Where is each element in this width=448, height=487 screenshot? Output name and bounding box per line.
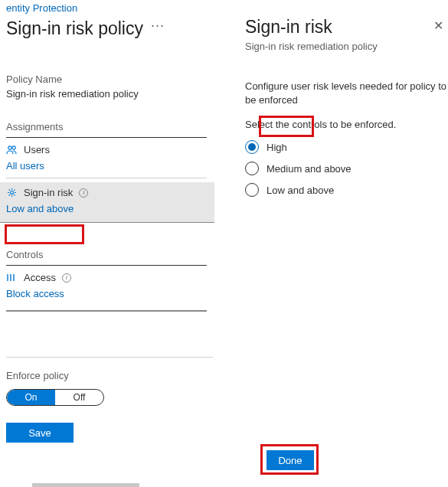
radio-low[interactable]: Low and above: [245, 179, 448, 201]
signin-risk-row[interactable]: Sign-in risk i: [0, 182, 214, 200]
page-title: Sign-in risk policy: [6, 18, 143, 39]
select-label: Select the controls to be enforced.: [245, 119, 448, 130]
panel-subtitle: Sign-in risk remediation policy: [245, 41, 448, 52]
breadcrumb[interactable]: entity Protection: [6, 0, 207, 18]
gear-icon: [6, 188, 18, 198]
enforce-toggle[interactable]: On Off: [6, 389, 104, 406]
svg-point-1: [12, 146, 15, 149]
info-icon[interactable]: i: [62, 273, 71, 283]
radio-icon: [245, 183, 259, 197]
access-row[interactable]: Access i: [6, 266, 207, 285]
radio-medium[interactable]: Medium and above: [245, 158, 448, 179]
enforce-label: Enforce policy: [6, 370, 213, 381]
close-icon[interactable]: ✕: [433, 18, 443, 33]
access-icon: [6, 273, 18, 283]
more-icon[interactable]: ···: [151, 18, 165, 34]
users-row[interactable]: Users: [6, 138, 207, 157]
assignments-label: Assignments: [6, 121, 207, 138]
toggle-on: On: [7, 390, 55, 405]
access-label: Access: [24, 272, 56, 283]
progress-bar: [32, 483, 139, 487]
save-button[interactable]: Save: [6, 423, 74, 443]
radio-label: Medium and above: [267, 163, 352, 175]
signin-risk-label: Sign-in risk: [24, 187, 73, 198]
panel-description: Configure user risk levels needed for po…: [245, 80, 448, 106]
info-icon[interactable]: i: [79, 188, 88, 198]
radio-label: High: [267, 142, 287, 153]
panel-title: Sign-in risk: [245, 17, 448, 38]
toggle-off: Off: [55, 390, 103, 405]
users-value-link[interactable]: All users: [6, 157, 207, 172]
radio-icon: [245, 140, 259, 154]
radio-icon: [245, 162, 259, 175]
signin-risk-value-link[interactable]: Low and above: [0, 200, 214, 223]
done-button[interactable]: Done: [267, 450, 314, 470]
users-label: Users: [24, 144, 50, 155]
svg-point-2: [11, 191, 14, 194]
svg-point-0: [8, 146, 11, 149]
radio-label: Low and above: [267, 185, 334, 196]
policy-name-value: Sign-in risk remediation policy: [6, 88, 207, 100]
policy-name-label: Policy Name: [6, 74, 207, 85]
users-icon: [6, 145, 18, 155]
radio-high[interactable]: High: [245, 136, 448, 158]
access-value-link[interactable]: Block access: [6, 285, 207, 299]
controls-label: Controls: [6, 249, 207, 266]
